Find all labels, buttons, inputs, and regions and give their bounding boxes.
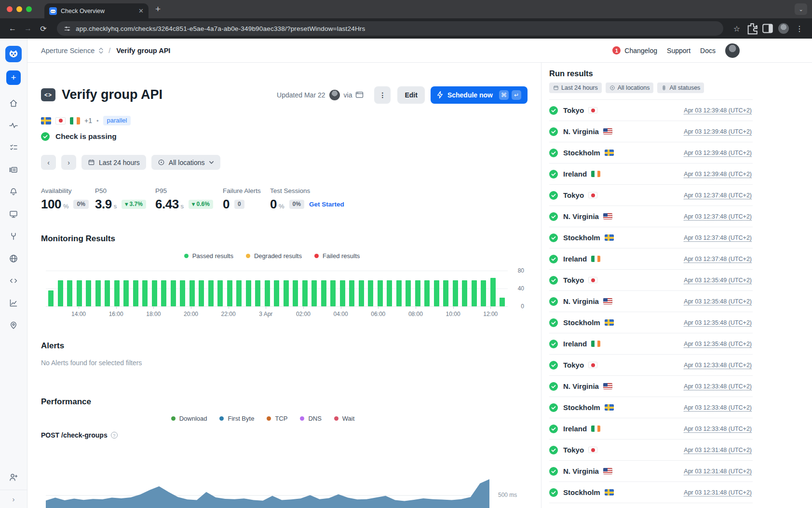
run-result-timestamp[interactable]: Apr 03 12:35:49 (UTC+2) (684, 277, 753, 284)
time-range-next-button[interactable]: › (61, 155, 76, 170)
monitoring-bar[interactable] (311, 280, 317, 306)
monitoring-bar[interactable] (180, 280, 185, 306)
support-link[interactable]: Support (667, 47, 690, 55)
monitoring-bar[interactable] (340, 280, 345, 306)
monitoring-bar[interactable] (396, 280, 402, 306)
run-result-row[interactable]: N. VirginiaApr 03 12:33:48 (UTC+2) (549, 376, 753, 397)
side-panel-icon[interactable] (761, 22, 774, 35)
extensions-puzzle-icon[interactable] (745, 22, 759, 35)
cli-code-icon[interactable] (9, 276, 18, 286)
monitoring-bar[interactable] (406, 280, 411, 306)
run-result-timestamp[interactable]: Apr 03 12:39:48 (UTC+2) (684, 107, 753, 114)
run-result-row[interactable]: N. VirginiaApr 03 12:31:48 (UTC+2) (549, 461, 753, 482)
time-range-prev-button[interactable]: ‹ (41, 155, 56, 170)
run-result-row[interactable]: TokyoApr 03 12:31:48 (UTC+2) (549, 439, 753, 461)
docs-link[interactable]: Docs (700, 47, 716, 55)
run-result-row[interactable]: TokyoApr 03 12:39:48 (UTC+2) (549, 100, 753, 121)
monitoring-bar[interactable] (265, 280, 270, 306)
bookmark-star-icon[interactable]: ☆ (730, 22, 744, 35)
monitoring-bar[interactable] (77, 280, 82, 306)
monitoring-bar[interactable] (500, 298, 505, 307)
time-range-filter[interactable]: Last 24 hours (81, 155, 146, 170)
breadcrumb-org[interactable]: Aperture Science (41, 47, 95, 55)
run-result-row[interactable]: IrelandApr 03 12:39:48 (UTC+2) (549, 164, 753, 185)
checks-list-icon[interactable] (9, 143, 18, 152)
monitoring-bar[interactable] (490, 278, 496, 307)
monitoring-bar[interactable] (424, 280, 430, 306)
run-result-row[interactable]: StockholmApr 03 12:35:48 (UTC+2) (549, 312, 753, 333)
run-result-timestamp[interactable]: Apr 03 12:33:48 (UTC+2) (684, 383, 753, 390)
run-filter-time-range[interactable]: Last 24 hours (549, 82, 602, 93)
monitoring-bar[interactable] (114, 280, 120, 306)
monitoring-bar[interactable] (330, 280, 336, 306)
run-result-row[interactable]: IrelandApr 03 12:37:48 (UTC+2) (549, 248, 753, 270)
monitoring-bar[interactable] (208, 280, 214, 306)
run-result-row[interactable]: IrelandApr 03 12:33:48 (UTC+2) (549, 418, 753, 439)
invite-user-icon[interactable] (9, 472, 18, 482)
monitoring-bar[interactable] (236, 280, 242, 306)
tab-close-icon[interactable]: ✕ (138, 8, 144, 14)
run-filter-locations[interactable]: All locations (606, 82, 654, 93)
dashboards-icon[interactable] (9, 165, 18, 175)
monitoring-bar[interactable] (48, 290, 54, 306)
monitoring-bar[interactable] (378, 280, 383, 306)
run-result-timestamp[interactable]: Apr 03 12:35:48 (UTC+2) (684, 298, 753, 305)
monitoring-bar[interactable] (302, 280, 308, 306)
org-switcher-icon[interactable] (98, 47, 104, 54)
monitoring-bar[interactable] (133, 280, 138, 306)
user-avatar[interactable] (725, 43, 740, 58)
monitoring-bar[interactable] (284, 280, 289, 306)
maintenance-tools-icon[interactable] (9, 232, 18, 241)
close-window-button[interactable] (7, 6, 13, 12)
run-result-row[interactable]: TokyoApr 03 12:35:49 (UTC+2) (549, 270, 753, 291)
monitoring-bar[interactable] (189, 280, 195, 306)
monitoring-bar[interactable] (462, 280, 467, 306)
monitoring-bar[interactable] (105, 280, 110, 306)
monitoring-bar[interactable] (359, 280, 364, 306)
monitoring-bar[interactable] (227, 280, 232, 306)
monitoring-bar[interactable] (415, 280, 420, 306)
run-result-timestamp[interactable]: Apr 03 12:35:48 (UTC+2) (684, 319, 753, 326)
run-result-timestamp[interactable]: Apr 03 12:39:48 (UTC+2) (684, 128, 753, 135)
tab-search-chevron-icon[interactable]: ⌄ (795, 3, 807, 15)
run-result-row[interactable]: N. VirginiaApr 03 12:37:48 (UTC+2) (549, 206, 753, 227)
monitoring-bar[interactable] (321, 280, 326, 306)
new-tab-button[interactable]: + (155, 4, 161, 14)
monitoring-bar[interactable] (443, 280, 448, 306)
private-locations-globe-icon[interactable] (9, 254, 18, 263)
checkly-logo[interactable] (5, 46, 22, 62)
schedule-now-button[interactable]: Schedule now ⌘ ↵ (431, 86, 528, 104)
run-result-timestamp[interactable]: Apr 03 12:31:48 (UTC+2) (684, 489, 753, 496)
monitoring-bar[interactable] (246, 280, 251, 306)
run-result-timestamp[interactable]: Apr 03 12:37:48 (UTC+2) (684, 234, 753, 241)
monitoring-results-chart[interactable]: 80400 (46, 266, 508, 307)
monitoring-bar[interactable] (255, 280, 260, 306)
create-new-button[interactable]: + (6, 70, 21, 85)
minimize-window-button[interactable] (16, 6, 22, 12)
run-result-row[interactable]: N. VirginiaApr 03 12:39:48 (UTC+2) (549, 121, 753, 142)
get-started-link[interactable]: Get Started (309, 201, 344, 208)
forward-icon[interactable]: → (21, 22, 35, 35)
address-bar[interactable]: app.checklyhq.com/checks/3264c851-e5ae-4… (57, 21, 723, 36)
monitoring-bar[interactable] (123, 280, 129, 306)
run-result-timestamp[interactable]: Apr 03 12:37:48 (UTC+2) (684, 192, 753, 199)
run-result-timestamp[interactable]: Apr 03 12:31:48 (UTC+2) (684, 447, 753, 453)
monitoring-bar[interactable] (95, 280, 101, 306)
monitoring-bar[interactable] (217, 280, 223, 306)
run-result-row[interactable]: IrelandApr 03 12:35:48 (UTC+2) (549, 333, 753, 355)
run-result-timestamp[interactable]: Apr 03 12:33:48 (UTC+2) (684, 404, 753, 411)
monitoring-bar[interactable] (86, 280, 91, 306)
maximize-window-button[interactable] (26, 6, 32, 12)
monitoring-bar[interactable] (152, 280, 157, 306)
more-actions-kebab-button[interactable]: ⋮ (374, 86, 391, 104)
run-result-row[interactable]: StockholmApr 03 12:39:48 (UTC+2) (549, 142, 753, 164)
browser-profile-avatar[interactable] (778, 23, 789, 34)
run-result-timestamp[interactable]: Apr 03 12:33:48 (UTC+2) (684, 426, 753, 432)
run-result-timestamp[interactable]: Apr 03 12:37:48 (UTC+2) (684, 256, 753, 262)
monitoring-bar[interactable] (293, 280, 298, 306)
run-filter-statuses[interactable]: All statuses (657, 82, 704, 93)
run-result-timestamp[interactable]: Apr 03 12:37:48 (UTC+2) (684, 213, 753, 220)
browser-tab[interactable]: Check Overview ✕ (44, 3, 149, 18)
run-result-row[interactable]: N. VirginiaApr 03 12:35:48 (UTC+2) (549, 291, 753, 312)
monitoring-bar[interactable] (67, 280, 72, 306)
